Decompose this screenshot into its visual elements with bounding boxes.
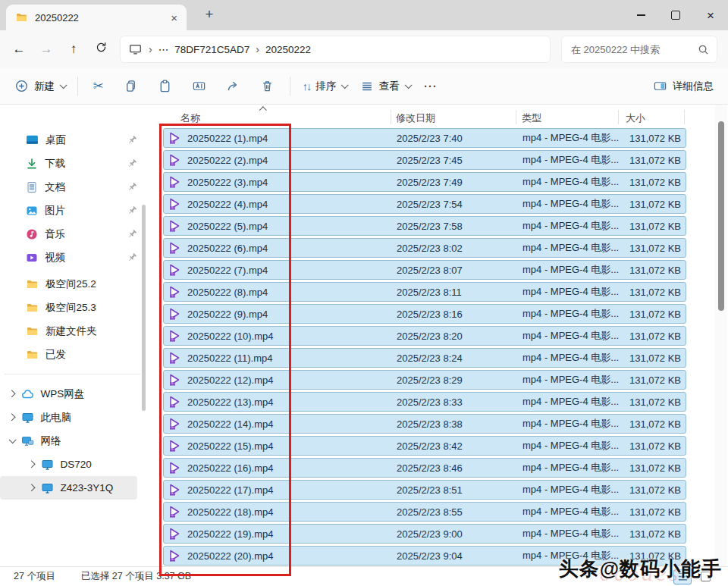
file-size: 131,072 KB	[619, 374, 687, 386]
column-separator[interactable]	[391, 110, 391, 124]
column-header-name[interactable]: 名称	[180, 111, 200, 125]
file-name-cell: 20250222 (7).mp4	[164, 263, 391, 277]
file-size: 131,072 KB	[619, 396, 687, 408]
file-name-cell: 20250222 (15).mp4	[164, 439, 391, 453]
file-name-cell: 20250222 (3).mp4	[164, 175, 391, 189]
sidebar-scrollbar-thumb[interactable]	[142, 205, 146, 411]
table-row[interactable]: 20250222 (5).mp42025/2/23 7:58mp4 - MPEG…	[163, 216, 686, 236]
table-row[interactable]: 20250222 (16).mp42025/2/23 8:46mp4 - MPE…	[163, 458, 686, 478]
tab-20250222[interactable]: 20250222 ×	[6, 5, 187, 30]
cut-button[interactable]: ✂	[83, 74, 114, 99]
chevron-right-icon[interactable]	[8, 414, 15, 421]
maximize-button[interactable]	[658, 0, 693, 30]
sidebar-item-tree[interactable]: WPS网盘	[0, 382, 148, 406]
breadcrumb-ellipsis[interactable]: ⋯	[158, 43, 169, 55]
monitor-icon	[21, 412, 34, 424]
breadcrumb-device[interactable]: 78DF721C5AD7	[174, 44, 249, 55]
file-name: 20250222 (6).mp4	[187, 243, 268, 254]
table-row[interactable]: 20250222 (8).mp42025/2/23 8:11mp4 - MPEG…	[163, 282, 686, 302]
table-row[interactable]: 20250222 (9).mp42025/2/23 8:16mp4 - MPEG…	[163, 304, 686, 324]
new-tab-button[interactable]: +	[200, 7, 218, 23]
sidebar-item-music[interactable]: 音乐	[0, 222, 148, 246]
breadcrumb-folder[interactable]: 20250222	[265, 44, 311, 55]
column-separator[interactable]	[516, 110, 516, 124]
column-separator[interactable]	[684, 110, 685, 124]
this-pc-icon[interactable]	[128, 42, 143, 56]
close-button[interactable]: ×	[693, 0, 728, 30]
refresh-button[interactable]	[93, 41, 109, 58]
table-row[interactable]: 20250222 (6).mp42025/2/23 8:02mp4 - MPEG…	[163, 238, 686, 258]
table-row[interactable]: 20250222 (18).mp42025/2/23 8:55mp4 - MPE…	[163, 502, 686, 522]
forward-button[interactable]: →	[38, 42, 55, 57]
sidebar-item-folder[interactable]: 极空间25.2	[0, 272, 148, 296]
minimize-button[interactable]	[623, 0, 658, 30]
search-box[interactable]	[561, 36, 717, 63]
sidebar-item-download[interactable]: 下载	[0, 152, 148, 175]
chevron-right-icon[interactable]	[28, 484, 35, 491]
table-row[interactable]: 20250222 (2).mp42025/2/23 7:45mp4 - MPEG…	[163, 150, 686, 170]
table-row[interactable]: 20250222 (3).mp42025/2/23 7:49mp4 - MPEG…	[163, 172, 686, 192]
table-row[interactable]: 20250222 (4).mp42025/2/23 7:54mp4 - MPEG…	[163, 194, 686, 214]
paste-button[interactable]	[148, 74, 182, 98]
view-button[interactable]: 查看	[353, 75, 417, 98]
sidebar-item-video[interactable]: 视频	[0, 246, 148, 269]
table-row[interactable]: 20250222 (15).mp42025/2/23 8:42mp4 - MPE…	[163, 436, 686, 456]
sort-button[interactable]: ↑↓ 排序	[296, 75, 353, 98]
search-input[interactable]	[570, 43, 698, 56]
sidebar-item-tree[interactable]: DS720	[0, 453, 148, 476]
chevron-right-icon[interactable]	[8, 390, 15, 397]
file-type: mp4 - MPEG-4 电影...	[516, 263, 619, 277]
file-type: mp4 - MPEG-4 电影...	[516, 197, 619, 211]
sidebar-item-picture[interactable]: 图片	[0, 199, 148, 222]
video-file-icon	[168, 483, 181, 497]
column-header-size[interactable]: 大小	[626, 111, 645, 125]
table-row[interactable]: 20250222 (7).mp42025/2/23 8:07mp4 - MPEG…	[163, 260, 686, 280]
sidebar-item-folder[interactable]: 极空间25.3	[0, 296, 148, 319]
folder-icon	[26, 278, 39, 290]
back-button[interactable]: ←	[11, 42, 27, 57]
details-pane-button[interactable]: 详细信息	[646, 74, 720, 98]
table-row[interactable]: 20250222 (17).mp42025/2/23 8:51mp4 - MPE…	[163, 480, 686, 500]
table-row[interactable]: 20250222 (13).mp42025/2/23 8:33mp4 - MPE…	[163, 392, 686, 412]
table-row[interactable]: 20250222 (10).mp42025/2/23 8:20mp4 - MPE…	[163, 326, 686, 346]
delete-button[interactable]	[250, 74, 284, 98]
new-button[interactable]: 新建	[8, 74, 72, 98]
items-count: 27 个项目	[14, 570, 55, 583]
copy-button[interactable]	[114, 74, 148, 98]
up-button[interactable]: ↑	[65, 42, 82, 57]
video-file-icon	[168, 307, 181, 321]
view-lines-icon	[360, 80, 374, 93]
chevron-right-icon: ›	[149, 43, 152, 55]
more-options-button[interactable]: ⋯	[416, 74, 444, 99]
navigation-bar: ← → ↑ › ⋯ 78DF721C5AD7 › 20250222	[0, 30, 728, 68]
tab-close-icon[interactable]: ×	[171, 12, 177, 24]
table-row[interactable]: 20250222 (1).mp42025/2/23 7:40mp4 - MPEG…	[163, 128, 686, 148]
file-type: mp4 - MPEG-4 电影...	[516, 351, 619, 365]
chevron-down-icon[interactable]	[9, 436, 16, 443]
table-row[interactable]: 20250222 (12).mp42025/2/23 8:29mp4 - MPE…	[163, 370, 686, 390]
table-row[interactable]: 20250222 (11).mp42025/2/23 8:24mp4 - MPE…	[163, 348, 686, 368]
column-header-type[interactable]: 类型	[522, 111, 541, 125]
table-row[interactable]: 20250222 (19).mp42025/2/23 9:00mp4 - MPE…	[163, 524, 686, 544]
sidebar-item-desktop[interactable]: 桌面	[0, 128, 148, 152]
column-separator[interactable]	[618, 110, 619, 124]
sidebar-item-tree[interactable]: 此电脑	[0, 406, 148, 429]
sidebar-item-folder[interactable]: 已发	[0, 343, 148, 366]
column-header-date[interactable]: 修改日期	[396, 111, 435, 125]
sidebar-item-document[interactable]: 文档	[0, 175, 148, 199]
sidebar-item-tree[interactable]: 网络	[0, 429, 148, 453]
file-type: mp4 - MPEG-4 电影...	[516, 219, 619, 233]
scrollbar-thumb[interactable]	[718, 121, 724, 311]
sidebar-item-tree[interactable]: Z423-3Y1Q	[0, 476, 137, 500]
rename-button[interactable]	[182, 74, 216, 98]
table-row[interactable]: 20250222 (14).mp42025/2/23 8:38mp4 - MPE…	[163, 414, 686, 434]
chevron-right-icon[interactable]	[28, 461, 35, 468]
share-button[interactable]	[216, 74, 250, 98]
trash-icon	[260, 79, 275, 93]
file-list-pane: 名称 修改日期 类型 大小 20250222 (1).mp42025/2/23 …	[148, 105, 728, 566]
file-name: 20250222 (3).mp4	[187, 177, 268, 188]
file-name-cell: 20250222 (2).mp4	[164, 153, 391, 167]
video-file-icon	[168, 285, 181, 299]
sidebar-item-label: DS720	[61, 459, 92, 470]
sidebar-item-folder[interactable]: 新建文件夹	[0, 319, 148, 343]
